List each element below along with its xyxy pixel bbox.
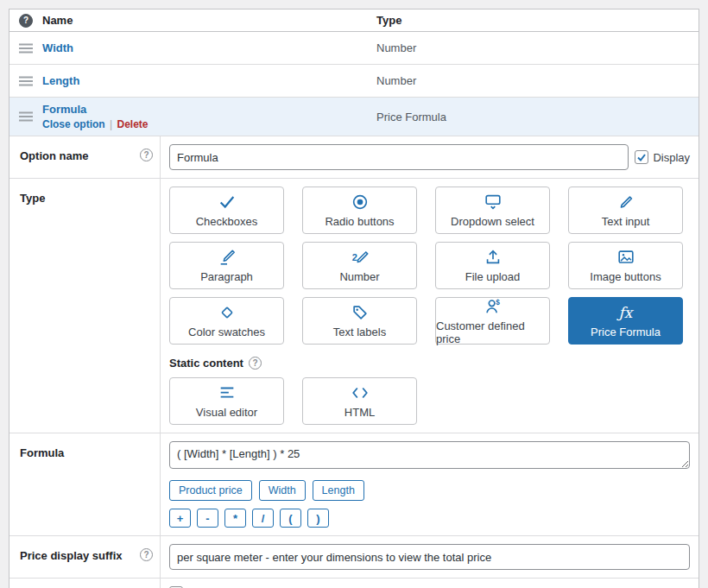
variable-width-button[interactable]: Width — [259, 480, 306, 501]
option-name-input[interactable] — [169, 144, 629, 170]
type-tile-dropdown-select[interactable]: Dropdown select — [435, 187, 550, 234]
price-suffix-input[interactable] — [169, 544, 690, 570]
html-icon — [349, 383, 371, 402]
option-name-label: Option name — [20, 149, 88, 162]
close-option-link[interactable]: Close option — [42, 118, 105, 130]
option-name-link[interactable]: Length — [42, 74, 79, 87]
customer-defined-price-icon: $ — [482, 297, 504, 316]
formula-operator-buttons: + - * / ( ) — [169, 509, 690, 528]
actions-separator: | — [108, 118, 114, 130]
type-tile-image-buttons[interactable]: Image buttons — [568, 242, 683, 289]
visual-editor-icon — [216, 383, 238, 402]
variable-product-price-button[interactable]: Product price — [169, 480, 252, 501]
svg-text:$: $ — [496, 298, 500, 306]
option-name-link[interactable]: Width — [42, 41, 73, 54]
radio-buttons-icon — [349, 193, 371, 212]
tile-label: Text labels — [333, 326, 386, 338]
options-table-header: ? Name Type — [9, 9, 699, 32]
type-tile-html[interactable]: HTML — [302, 377, 417, 425]
type-label-cell: Type — [9, 179, 161, 433]
checkboxes-icon — [216, 193, 238, 212]
drag-handle-icon[interactable] — [19, 111, 33, 122]
display-toggle-group: Display — [635, 150, 690, 164]
option-row-width: Width Number — [9, 32, 699, 65]
option-name-link[interactable]: Formula — [42, 103, 86, 116]
type-label: Type — [20, 192, 45, 205]
option-type-value: Number — [376, 41, 699, 54]
delete-option-link[interactable]: Delete — [117, 118, 148, 130]
type-tile-price-formula[interactable]: ƒx Price Formula — [568, 297, 683, 345]
paragraph-icon — [216, 248, 238, 267]
tile-label: HTML — [345, 406, 375, 419]
price-suffix-label-cell: Price display suffix ? — [9, 536, 161, 578]
tile-label: Customer defined price — [436, 319, 549, 345]
display-checkbox[interactable] — [635, 150, 648, 164]
tile-label: Color swatches — [188, 326, 265, 338]
tile-label: Paragraph — [200, 270, 253, 283]
option-row-formula: Formula Close option | Delete Price Form… — [9, 98, 699, 136]
static-content-label: Static content — [169, 357, 243, 370]
type-tile-radio-buttons[interactable]: Radio buttons — [302, 187, 417, 234]
option-row-length: Length Number — [9, 65, 699, 98]
tile-label: Price Formula — [591, 326, 661, 338]
type-tile-grid: Checkboxes Radio buttons Dropdown select — [169, 187, 690, 345]
operator-divide-button[interactable]: / — [252, 509, 274, 528]
dropdown-select-icon — [482, 193, 504, 212]
column-header-type: Type — [376, 14, 699, 27]
type-tile-text-input[interactable]: Text input — [568, 187, 683, 234]
drag-handle-icon[interactable] — [19, 43, 33, 54]
tile-label: Image buttons — [590, 270, 661, 283]
text-input-icon — [615, 193, 637, 212]
formula-variable-buttons: Product price Width Length — [169, 480, 690, 501]
tile-label: Radio buttons — [325, 215, 394, 228]
svg-text:2: 2 — [351, 252, 357, 262]
operator-open-paren-button[interactable]: ( — [280, 509, 301, 528]
operator-close-paren-button[interactable]: ) — [307, 509, 329, 528]
option-name-label-cell: Option name ? — [9, 136, 161, 178]
color-swatches-icon — [216, 303, 238, 322]
formula-label: Formula — [20, 446, 64, 459]
text-labels-icon — [349, 303, 371, 322]
setting-row-option-name: Option name ? Display — [9, 136, 699, 179]
formula-label-cell: Formula — [9, 433, 161, 535]
setting-row-price-suffix: Price display suffix ? — [9, 536, 699, 579]
option-type-value: Number — [376, 74, 699, 87]
static-content-heading: Static content ? — [169, 357, 690, 370]
static-content-tiles: Visual editor HTML — [169, 377, 690, 425]
file-upload-icon — [482, 248, 504, 267]
option-name-help-icon[interactable]: ? — [140, 149, 153, 161]
variable-length-button[interactable]: Length — [313, 480, 364, 501]
operator-minus-button[interactable]: - — [197, 509, 218, 528]
row-actions: Close option | Delete — [42, 118, 376, 130]
display-checkbox-label: Display — [653, 151, 690, 164]
tile-label: Number — [339, 270, 379, 283]
tile-label: Dropdown select — [451, 215, 534, 228]
product-options-panel: ? Name Type Width Number Length Number — [9, 9, 699, 588]
number-icon: 2 — [349, 248, 371, 267]
setting-row-type: Type Checkboxes Radio buttons — [9, 179, 699, 433]
image-buttons-icon — [615, 248, 637, 267]
setting-row-formula: Formula ( [Width] * [Length] ) * 25 Prod… — [9, 433, 699, 536]
tile-label: Text input — [602, 215, 650, 228]
price-formula-icon: ƒx — [619, 303, 633, 322]
option-type-value: Price Formula — [376, 111, 699, 123]
type-tile-visual-editor[interactable]: Visual editor — [169, 377, 284, 425]
tile-label: File upload — [465, 270, 521, 283]
type-tile-paragraph[interactable]: Paragraph — [169, 242, 284, 289]
type-tile-checkboxes[interactable]: Checkboxes — [169, 187, 284, 234]
type-tile-number[interactable]: 2 Number — [302, 242, 417, 289]
price-suffix-help-icon[interactable]: ? — [140, 548, 153, 561]
tile-label: Visual editor — [196, 406, 257, 419]
type-tile-color-swatches[interactable]: Color swatches — [169, 297, 284, 345]
operator-multiply-button[interactable]: * — [224, 509, 246, 528]
setting-row-ignore-price: Ignore main product price ? — [9, 579, 699, 588]
table-help-icon[interactable]: ? — [19, 14, 33, 28]
drag-handle-icon[interactable] — [19, 76, 33, 86]
price-suffix-label: Price display suffix — [20, 549, 123, 562]
static-content-help-icon[interactable]: ? — [249, 357, 262, 370]
type-tile-customer-defined-price[interactable]: $ Customer defined price — [435, 297, 550, 345]
type-tile-file-upload[interactable]: File upload — [435, 242, 550, 289]
formula-textarea[interactable]: ( [Width] * [Length] ) * 25 — [169, 441, 690, 469]
type-tile-text-labels[interactable]: Text labels — [302, 297, 417, 345]
operator-plus-button[interactable]: + — [169, 509, 191, 528]
